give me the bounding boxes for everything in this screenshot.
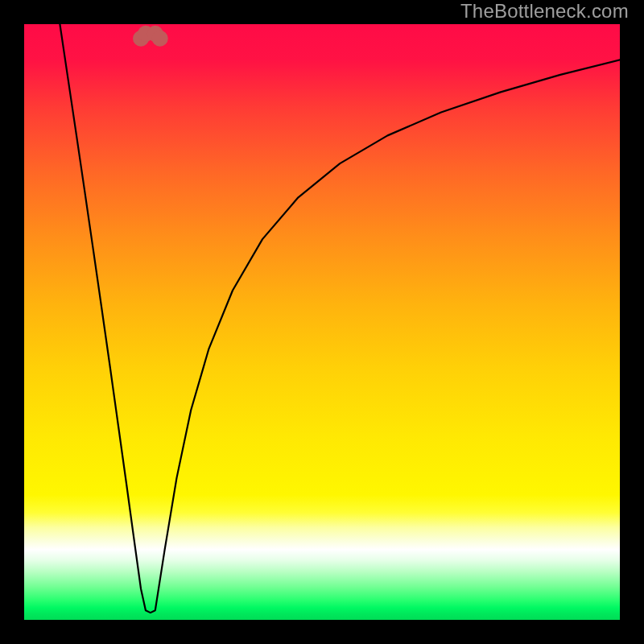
bottleneck-curve: [60, 24, 620, 613]
curve-layer: [24, 24, 620, 620]
chart-canvas: TheBottleneck.com: [0, 0, 644, 644]
valley-marker: [152, 31, 168, 47]
plot-area: [24, 24, 620, 620]
watermark-label: TheBottleneck.com: [460, 0, 629, 23]
